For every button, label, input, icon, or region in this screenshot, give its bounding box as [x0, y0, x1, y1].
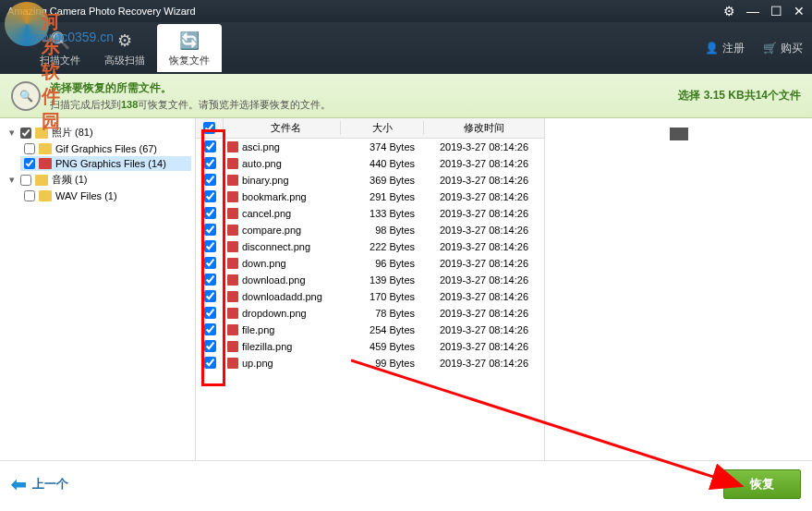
tree-checkbox[interactable] — [20, 128, 31, 139]
file-list-header: 文件名 大小 修改时间 — [196, 118, 544, 139]
file-name: cancel.png — [242, 208, 291, 219]
table-row[interactable]: down.png 96 Bytes 2019-3-27 08:14:26 — [196, 255, 544, 272]
file-list: 文件名 大小 修改时间 asci.png 374 Bytes 2019-3-27… — [196, 118, 544, 460]
file-date: 2019-3-27 08:14:26 — [424, 358, 544, 369]
tab-advanced-scan[interactable]: ⚙ 高级扫描 — [92, 24, 157, 72]
tree-checkbox[interactable] — [24, 143, 35, 154]
table-row[interactable]: asci.png 374 Bytes 2019-3-27 08:14:26 — [196, 139, 544, 155]
tree-item-wav[interactable]: WAV Files (1) — [20, 189, 191, 203]
file-size: 291 Bytes — [341, 191, 424, 202]
row-checkbox[interactable] — [204, 174, 216, 186]
row-checkbox[interactable] — [204, 157, 216, 169]
file-size: 459 Bytes — [341, 341, 424, 352]
minimize-icon[interactable]: — — [746, 4, 759, 18]
tree-item-audio[interactable]: ▾ 音频 (1) — [4, 171, 191, 189]
table-row[interactable]: cancel.png 133 Bytes 2019-3-27 08:14:26 — [196, 205, 544, 222]
refresh-icon: 🔄 — [178, 30, 200, 52]
footer: ⬅ 上一个 恢复 — [0, 460, 812, 506]
table-row[interactable]: download.png 139 Bytes 2019-3-27 08:14:2… — [196, 272, 544, 288]
file-date: 2019-3-27 08:14:26 — [424, 324, 544, 335]
file-date: 2019-3-27 08:14:26 — [424, 158, 544, 169]
table-row[interactable]: up.png 99 Bytes 2019-3-27 08:14:26 — [196, 355, 544, 371]
arrow-left-icon: ⬅ — [11, 473, 27, 495]
tree-checkbox[interactable] — [20, 175, 31, 186]
row-checkbox[interactable] — [204, 257, 216, 269]
file-date: 2019-3-27 08:14:26 — [424, 141, 544, 152]
file-name: down.png — [242, 258, 286, 269]
folder-icon — [39, 143, 52, 154]
previous-label: 上一个 — [32, 476, 68, 493]
row-checkbox[interactable] — [204, 274, 216, 286]
tab-recover-files[interactable]: 🔄 恢复文件 — [157, 24, 222, 72]
table-row[interactable]: binary.png 369 Bytes 2019-3-27 08:14:26 — [196, 172, 544, 189]
tree-item-gif[interactable]: Gif Graphics Files (67) — [20, 141, 191, 156]
file-date: 2019-3-27 08:14:26 — [424, 274, 544, 286]
folder-icon — [39, 190, 52, 201]
buy-label: 购买 — [781, 41, 803, 56]
close-icon[interactable]: ✕ — [794, 4, 805, 18]
row-checkbox[interactable] — [204, 224, 216, 236]
previous-button[interactable]: ⬅ 上一个 — [11, 473, 68, 495]
file-date: 2019-3-27 08:14:26 — [424, 191, 544, 202]
buy-button[interactable]: 🛒 购买 — [763, 41, 803, 56]
tab-scan-files[interactable]: 🔍 扫描文件 — [28, 24, 92, 72]
file-size: 139 Bytes — [341, 274, 424, 286]
info-title: 选择要恢复的所需文件。 — [50, 80, 678, 96]
toolbar: 🔍 扫描文件 ⚙ 高级扫描 🔄 恢复文件 👤 注册 🛒 购买 — [0, 22, 812, 74]
tab-label: 扫描文件 — [40, 54, 80, 67]
tab-label: 高级扫描 — [104, 54, 145, 67]
row-checkbox[interactable] — [204, 140, 216, 152]
collapse-icon[interactable]: ▾ — [7, 127, 17, 139]
table-row[interactable]: file.png 254 Bytes 2019-3-27 08:14:26 — [196, 322, 544, 338]
row-checkbox[interactable] — [204, 240, 216, 252]
row-checkbox[interactable] — [204, 323, 216, 335]
table-row[interactable]: downloadadd.png 170 Bytes 2019-3-27 08:1… — [196, 288, 544, 305]
table-row[interactable]: auto.png 440 Bytes 2019-3-27 08:14:26 — [196, 155, 544, 172]
tree-item-png[interactable]: PNG Graphics Files (14) — [20, 156, 191, 171]
tree-item-photos[interactable]: ▾ 照片 (81) — [4, 124, 191, 141]
file-date: 2019-3-27 08:14:26 — [424, 258, 544, 269]
file-size: 374 Bytes — [341, 141, 424, 152]
file-name: disconnect.png — [242, 241, 310, 252]
table-row[interactable]: compare.png 98 Bytes 2019-3-27 08:14:26 — [196, 222, 544, 238]
row-checkbox[interactable] — [204, 340, 216, 352]
collapse-icon[interactable]: ▾ — [7, 174, 17, 186]
row-checkbox[interactable] — [204, 357, 216, 369]
row-checkbox[interactable] — [204, 307, 216, 319]
file-size: 170 Bytes — [341, 291, 424, 302]
table-row[interactable]: disconnect.png 222 Bytes 2019-3-27 08:14… — [196, 238, 544, 255]
folder-icon — [35, 175, 48, 186]
file-size: 98 Bytes — [341, 225, 424, 236]
row-checkbox[interactable] — [204, 207, 216, 219]
header-check-all[interactable] — [196, 118, 224, 138]
header-date[interactable]: 修改时间 — [424, 121, 544, 135]
header-size[interactable]: 大小 — [341, 121, 424, 135]
file-date: 2019-3-27 08:14:26 — [424, 175, 544, 186]
settings-icon[interactable]: ⚙ — [723, 4, 735, 18]
selection-summary: 选择 3.15 KB共14个文件 — [678, 88, 801, 103]
file-size: 222 Bytes — [341, 241, 424, 252]
file-icon — [227, 175, 238, 186]
tree-label: 照片 (81) — [52, 126, 93, 140]
row-checkbox[interactable] — [204, 190, 216, 202]
toolbar-right: 👤 注册 🛒 购买 — [705, 41, 803, 56]
advanced-icon: ⚙ — [114, 30, 136, 52]
folder-icon — [35, 128, 48, 139]
file-date: 2019-3-27 08:14:26 — [424, 341, 544, 352]
table-row[interactable]: filezilla.png 459 Bytes 2019-3-27 08:14:… — [196, 338, 544, 355]
tree-checkbox[interactable] — [24, 190, 35, 201]
table-row[interactable]: bookmark.png 291 Bytes 2019-3-27 08:14:2… — [196, 189, 544, 205]
recover-button[interactable]: 恢复 — [723, 469, 801, 499]
tree-checkbox[interactable] — [24, 158, 35, 169]
info-bar: 🔍 选择要恢复的所需文件。 扫描完成后找到138可恢复文件。请预览并选择要恢复的… — [0, 74, 812, 118]
row-checkbox[interactable] — [204, 290, 216, 302]
header-filename[interactable]: 文件名 — [224, 121, 341, 135]
maximize-icon[interactable]: ☐ — [770, 4, 782, 18]
file-size: 96 Bytes — [341, 258, 424, 269]
file-size: 78 Bytes — [341, 308, 424, 319]
file-icon — [227, 341, 238, 352]
tree-label: Gif Graphics Files (67) — [55, 143, 157, 154]
register-button[interactable]: 👤 注册 — [705, 41, 745, 56]
table-row[interactable]: dropdown.png 78 Bytes 2019-3-27 08:14:26 — [196, 305, 544, 322]
titlebar: Amazing Camera Photo Recovery Wizard ⚙ —… — [0, 0, 812, 22]
